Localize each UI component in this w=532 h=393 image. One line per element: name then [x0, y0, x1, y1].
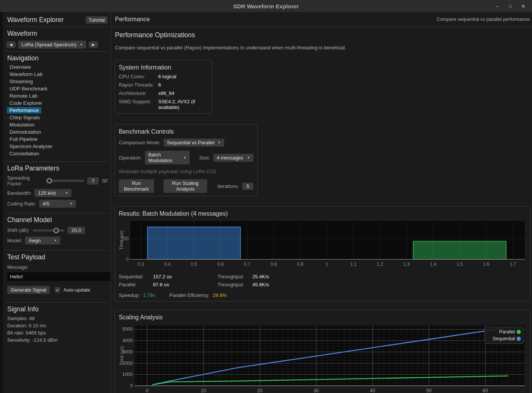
operation-label: Operation:: [119, 155, 142, 161]
message-label: Message:: [7, 264, 108, 270]
slider-track[interactable]: [46, 180, 84, 182]
benchmark-bar-chart[interactable]: 0.30.40.50.60.70.80.911.11.21.31.41.51.6…: [119, 219, 528, 269]
model-value: Awgn: [28, 238, 41, 243]
sidebar-item-waveform-lab[interactable]: Waveform Lab: [7, 71, 45, 77]
svg-text:50: 50: [427, 388, 432, 393]
svg-text:1.7: 1.7: [510, 262, 516, 267]
sequential-value: 157.2 us: [153, 274, 186, 279]
svg-text:40: 40: [370, 388, 375, 393]
channel-model-heading: Channel Model: [7, 216, 108, 224]
sidebar-item-overview[interactable]: Overview: [7, 64, 33, 70]
run-benchmark-button[interactable]: Run Benchmark: [119, 179, 154, 193]
throughput-value: 45.6K/s: [252, 282, 269, 287]
generate-signal-button[interactable]: Generate Signal: [7, 286, 50, 294]
close-icon[interactable]: ✕: [517, 0, 530, 12]
svg-text:1: 1: [326, 262, 328, 267]
slider-knob[interactable]: [54, 228, 59, 233]
auto-update-checkbox[interactable]: ✓: [55, 287, 60, 293]
svg-text:1.4: 1.4: [430, 262, 436, 267]
svg-text:0.8: 0.8: [271, 262, 277, 267]
operation-select[interactable]: Batch Modulation ▼: [145, 151, 190, 164]
info-row: Architecture: x86_64: [119, 90, 208, 96]
tutorial-button[interactable]: Tutorial: [86, 16, 107, 24]
scaling-line-chart[interactable]: 0102030405060010002000300040005000Proble…: [119, 323, 528, 393]
cpu-cores-label: CPU Cores:: [119, 74, 158, 79]
sidebar-item-udp-benchmark[interactable]: UDP Benchmark: [7, 85, 50, 92]
stat-row-sequential: Sequential: 157.2 us Throughput: 25.4K/s: [119, 274, 526, 279]
benchmark-controls-heading: Benchmark Controls: [119, 128, 253, 135]
separator: [5, 161, 108, 162]
speedup-row: Speedup: 1.79x Parallel Efficiency: 29.8…: [119, 292, 526, 298]
signal-info-samples: Samples: 48: [7, 316, 108, 321]
iterations-label: Iterations:: [217, 183, 239, 189]
main-panel: Performance Compare sequential vs parall…: [111, 12, 532, 393]
sidebar-item-performance[interactable]: Performance: [7, 107, 41, 114]
simd-support-value: SSE4.2, AVX2 (if available): [158, 99, 208, 110]
lora-params-heading: LoRa Parameters: [7, 164, 108, 172]
waveform-select[interactable]: LoRa (Spread Spectrum) ▼: [18, 41, 86, 49]
sidebar-item-constellation[interactable]: Constellation: [7, 150, 42, 157]
operation-hint: Modulate multiple payloads using LoRa CS…: [119, 169, 253, 174]
architecture-label: Architecture:: [119, 90, 158, 96]
benchmark-controls-panel: Benchmark Controls Comparison Mode: Sequ…: [115, 124, 258, 196]
efficiency-value: 29.8%: [212, 292, 227, 298]
minimize-icon[interactable]: –: [491, 0, 504, 12]
sidebar-title: Waveform Explorer: [7, 16, 64, 24]
model-label: Model:: [7, 238, 22, 243]
svg-text:10: 10: [201, 388, 206, 393]
spreading-factor-value[interactable]: 7: [87, 177, 99, 185]
snr-value[interactable]: 20.0: [68, 227, 85, 234]
auto-update-label: Auto-update: [63, 287, 90, 293]
snr-slider[interactable]: [33, 229, 65, 232]
efficiency-label: Parallel Efficiency:: [169, 292, 209, 298]
sidebar-item-remote-lab[interactable]: Remote Lab: [7, 93, 40, 99]
chevron-down-icon: ▼: [69, 202, 72, 205]
svg-text:0.4: 0.4: [164, 262, 171, 267]
slider-track[interactable]: [33, 229, 65, 232]
chevron-down-icon: ▼: [80, 43, 83, 46]
separator: [5, 27, 108, 27]
message-input[interactable]: [7, 272, 111, 281]
slider-knob[interactable]: [47, 178, 52, 183]
waveform-prev-icon[interactable]: ◀: [6, 41, 16, 48]
simd-support-label: SIMD Support:: [119, 99, 158, 110]
maximize-icon[interactable]: □: [504, 0, 517, 12]
sidebar-item-demodulation[interactable]: Demodulation: [7, 129, 44, 135]
svg-text:0.6: 0.6: [217, 262, 224, 267]
signal-info-duration: Duration: 0.10 ms: [7, 323, 108, 328]
svg-text:1.1: 1.1: [350, 262, 357, 267]
sidebar-item-full-pipeline[interactable]: Full Pipeline: [7, 136, 40, 142]
sidebar: Waveform Explorer Tutorial Waveform ◀ Lo…: [3, 12, 111, 393]
window-frame-edge: [0, 12, 3, 393]
system-info-panel: System Information CPU Cores: 6 logical …: [115, 60, 212, 114]
sidebar-item-code-explorer[interactable]: Code Explorer: [7, 100, 45, 106]
coding-rate-select[interactable]: 4/5 ▼: [39, 200, 76, 208]
svg-text:5000: 5000: [122, 327, 133, 332]
size-select[interactable]: 4 messages ▼: [213, 154, 253, 162]
titlebar[interactable]: SDR Waveform Explorer – □ ✕: [0, 0, 532, 12]
sidebar-item-spectrum-analyzer[interactable]: Spectrum Analyzer: [7, 143, 55, 150]
stat-row-parallel: Parallel: 87.8 us Throughput: 45.6K/s: [119, 282, 526, 287]
separator: [5, 51, 108, 52]
results-heading: Results: Batch Modulation (4 messages): [119, 210, 526, 217]
page-subtitle: Compare sequential vs parallel performan…: [437, 17, 530, 22]
window-title: SDR Waveform Explorer: [233, 3, 299, 9]
svg-text:1.3: 1.3: [403, 262, 410, 267]
sidebar-item-modulation[interactable]: Modulation: [7, 122, 37, 128]
operation-value: Batch Modulation: [148, 152, 180, 163]
throughput-value: 25.4K/s: [252, 274, 269, 279]
coding-rate-label: Coding Rate:: [7, 201, 36, 207]
svg-text:0: 0: [146, 388, 148, 393]
waveform-next-icon[interactable]: ▶: [89, 41, 98, 48]
signal-info-bitrate: Bit rate: 5469 bps: [7, 330, 108, 336]
comparison-mode-select[interactable]: Sequential vs Parallel ▼: [164, 139, 224, 147]
spreading-factor-slider[interactable]: [46, 180, 84, 182]
chevron-down-icon: ▼: [65, 191, 68, 195]
bandwidth-select[interactable]: 125 kHz ▼: [35, 189, 71, 197]
waveform-heading: Waveform: [7, 30, 108, 38]
model-select[interactable]: Awgn ▼: [25, 237, 60, 245]
sidebar-item-streaming[interactable]: Streaming: [7, 78, 36, 85]
iterations-value[interactable]: 5: [242, 183, 253, 190]
sidebar-item-chirp-signals[interactable]: Chirp Signals: [7, 114, 42, 121]
run-scaling-button[interactable]: Run Scaling Analysis: [164, 179, 207, 193]
